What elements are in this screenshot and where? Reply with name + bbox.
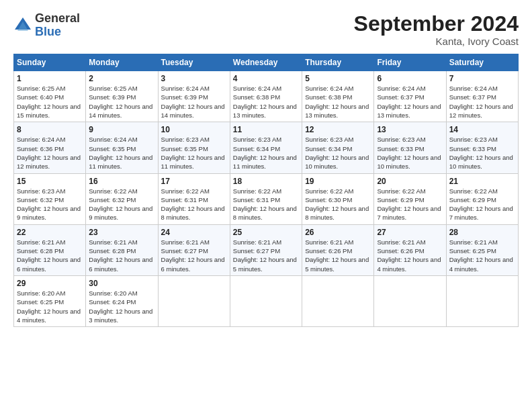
calendar-cell: 21Sunrise: 6:22 AM Sunset: 6:29 PM Dayli…: [446, 173, 518, 224]
day-info: Sunrise: 6:24 AM Sunset: 6:36 PM Dayligh…: [17, 135, 83, 171]
calendar-cell: 19Sunrise: 6:22 AM Sunset: 6:30 PM Dayli…: [302, 173, 374, 224]
day-number: 29: [17, 279, 83, 288]
col-wednesday: Wednesday: [230, 54, 302, 71]
calendar-week-row: 15Sunrise: 6:23 AM Sunset: 6:32 PM Dayli…: [14, 173, 519, 224]
col-thursday: Thursday: [302, 54, 374, 71]
day-number: 5: [305, 74, 371, 83]
day-number: 25: [233, 228, 299, 237]
day-info: Sunrise: 6:22 AM Sunset: 6:30 PM Dayligh…: [305, 187, 371, 222]
day-number: 23: [89, 228, 154, 237]
calendar-cell: 14Sunrise: 6:23 AM Sunset: 6:33 PM Dayli…: [446, 122, 518, 173]
title-block: September 2024 Kanta, Ivory Coast: [354, 12, 519, 47]
calendar-header-row: Sunday Monday Tuesday Wednesday Thursday…: [14, 54, 519, 71]
day-number: 28: [449, 228, 515, 237]
calendar-cell: 25Sunrise: 6:21 AM Sunset: 6:27 PM Dayli…: [230, 224, 302, 275]
calendar-cell: 18Sunrise: 6:22 AM Sunset: 6:31 PM Dayli…: [230, 173, 302, 224]
col-monday: Monday: [86, 54, 158, 71]
day-number: 1: [17, 74, 83, 83]
location: Kanta, Ivory Coast: [354, 36, 519, 47]
day-number: 2: [89, 74, 154, 83]
day-info: Sunrise: 6:23 AM Sunset: 6:32 PM Dayligh…: [17, 187, 83, 222]
col-sunday: Sunday: [14, 54, 86, 71]
day-number: 21: [449, 177, 515, 186]
day-info: Sunrise: 6:22 AM Sunset: 6:29 PM Dayligh…: [449, 187, 515, 222]
day-number: 9: [89, 125, 154, 134]
day-number: 15: [17, 177, 83, 186]
calendar-cell: 8Sunrise: 6:24 AM Sunset: 6:36 PM Daylig…: [14, 122, 86, 173]
calendar-cell: [446, 275, 518, 326]
day-number: 6: [377, 74, 443, 83]
calendar-table: Sunday Monday Tuesday Wednesday Thursday…: [13, 54, 519, 327]
day-number: 17: [161, 177, 227, 186]
day-info: Sunrise: 6:21 AM Sunset: 6:26 PM Dayligh…: [377, 238, 443, 273]
calendar-cell: [302, 275, 374, 326]
day-number: 11: [233, 125, 299, 134]
calendar-cell: 1Sunrise: 6:25 AM Sunset: 6:40 PM Daylig…: [14, 71, 86, 122]
day-info: Sunrise: 6:20 AM Sunset: 6:24 PM Dayligh…: [89, 289, 154, 324]
day-info: Sunrise: 6:23 AM Sunset: 6:34 PM Dayligh…: [305, 135, 371, 171]
day-info: Sunrise: 6:24 AM Sunset: 6:38 PM Dayligh…: [305, 84, 371, 120]
day-info: Sunrise: 6:23 AM Sunset: 6:33 PM Dayligh…: [377, 135, 443, 171]
month-title: September 2024: [354, 12, 519, 36]
logo-text: General Blue: [35, 12, 80, 39]
col-tuesday: Tuesday: [158, 54, 230, 71]
day-info: Sunrise: 6:21 AM Sunset: 6:27 PM Dayligh…: [161, 238, 227, 273]
calendar-cell: 16Sunrise: 6:22 AM Sunset: 6:32 PM Dayli…: [86, 173, 158, 224]
day-info: Sunrise: 6:24 AM Sunset: 6:38 PM Dayligh…: [233, 84, 299, 120]
calendar-cell: 3Sunrise: 6:24 AM Sunset: 6:39 PM Daylig…: [158, 71, 230, 122]
day-info: Sunrise: 6:22 AM Sunset: 6:32 PM Dayligh…: [89, 187, 154, 222]
logo-general: General: [35, 12, 80, 26]
calendar-cell: 23Sunrise: 6:21 AM Sunset: 6:28 PM Dayli…: [86, 224, 158, 275]
calendar-cell: 26Sunrise: 6:21 AM Sunset: 6:26 PM Dayli…: [302, 224, 374, 275]
day-number: 10: [161, 125, 227, 134]
calendar-cell: 4Sunrise: 6:24 AM Sunset: 6:38 PM Daylig…: [230, 71, 302, 122]
day-info: Sunrise: 6:25 AM Sunset: 6:40 PM Dayligh…: [17, 84, 83, 120]
calendar-cell: 22Sunrise: 6:21 AM Sunset: 6:28 PM Dayli…: [14, 224, 86, 275]
calendar-cell: 17Sunrise: 6:22 AM Sunset: 6:31 PM Dayli…: [158, 173, 230, 224]
day-info: Sunrise: 6:21 AM Sunset: 6:25 PM Dayligh…: [449, 238, 515, 273]
calendar-cell: 13Sunrise: 6:23 AM Sunset: 6:33 PM Dayli…: [374, 122, 446, 173]
day-info: Sunrise: 6:22 AM Sunset: 6:31 PM Dayligh…: [233, 187, 299, 222]
col-friday: Friday: [374, 54, 446, 71]
day-info: Sunrise: 6:24 AM Sunset: 6:39 PM Dayligh…: [161, 84, 227, 120]
day-info: Sunrise: 6:23 AM Sunset: 6:35 PM Dayligh…: [161, 135, 227, 171]
calendar-week-row: 22Sunrise: 6:21 AM Sunset: 6:28 PM Dayli…: [14, 224, 519, 275]
calendar-week-row: 1Sunrise: 6:25 AM Sunset: 6:40 PM Daylig…: [14, 71, 519, 122]
day-number: 27: [377, 228, 443, 237]
day-number: 8: [17, 125, 83, 134]
day-number: 19: [305, 177, 371, 186]
calendar-cell: 7Sunrise: 6:24 AM Sunset: 6:37 PM Daylig…: [446, 71, 518, 122]
day-number: 13: [377, 125, 443, 134]
calendar-cell: 24Sunrise: 6:21 AM Sunset: 6:27 PM Dayli…: [158, 224, 230, 275]
day-info: Sunrise: 6:22 AM Sunset: 6:29 PM Dayligh…: [377, 187, 443, 222]
calendar-cell: 5Sunrise: 6:24 AM Sunset: 6:38 PM Daylig…: [302, 71, 374, 122]
day-info: Sunrise: 6:22 AM Sunset: 6:31 PM Dayligh…: [161, 187, 227, 222]
calendar-cell: 20Sunrise: 6:22 AM Sunset: 6:29 PM Dayli…: [374, 173, 446, 224]
day-number: 26: [305, 228, 371, 237]
calendar-cell: 11Sunrise: 6:23 AM Sunset: 6:34 PM Dayli…: [230, 122, 302, 173]
calendar-cell: 9Sunrise: 6:24 AM Sunset: 6:35 PM Daylig…: [86, 122, 158, 173]
calendar-cell: 29Sunrise: 6:20 AM Sunset: 6:25 PM Dayli…: [14, 275, 86, 326]
calendar-cell: [374, 275, 446, 326]
day-number: 20: [377, 177, 443, 186]
day-number: 14: [449, 125, 515, 134]
logo: General Blue: [13, 12, 80, 39]
page: General Blue September 2024 Kanta, Ivory…: [0, 0, 532, 411]
day-number: 7: [449, 74, 515, 83]
calendar-cell: 28Sunrise: 6:21 AM Sunset: 6:25 PM Dayli…: [446, 224, 518, 275]
logo-icon: [13, 16, 32, 35]
day-info: Sunrise: 6:25 AM Sunset: 6:39 PM Dayligh…: [89, 84, 154, 120]
calendar-cell: [158, 275, 230, 326]
calendar-cell: 12Sunrise: 6:23 AM Sunset: 6:34 PM Dayli…: [302, 122, 374, 173]
day-info: Sunrise: 6:24 AM Sunset: 6:35 PM Dayligh…: [89, 135, 154, 171]
calendar-cell: 10Sunrise: 6:23 AM Sunset: 6:35 PM Dayli…: [158, 122, 230, 173]
day-info: Sunrise: 6:21 AM Sunset: 6:28 PM Dayligh…: [17, 238, 83, 273]
day-number: 30: [89, 279, 154, 288]
calendar-cell: 27Sunrise: 6:21 AM Sunset: 6:26 PM Dayli…: [374, 224, 446, 275]
day-info: Sunrise: 6:23 AM Sunset: 6:33 PM Dayligh…: [449, 135, 515, 171]
day-number: 4: [233, 74, 299, 83]
day-info: Sunrise: 6:20 AM Sunset: 6:25 PM Dayligh…: [17, 289, 83, 324]
calendar-cell: 6Sunrise: 6:24 AM Sunset: 6:37 PM Daylig…: [374, 71, 446, 122]
calendar-cell: [230, 275, 302, 326]
day-number: 18: [233, 177, 299, 186]
